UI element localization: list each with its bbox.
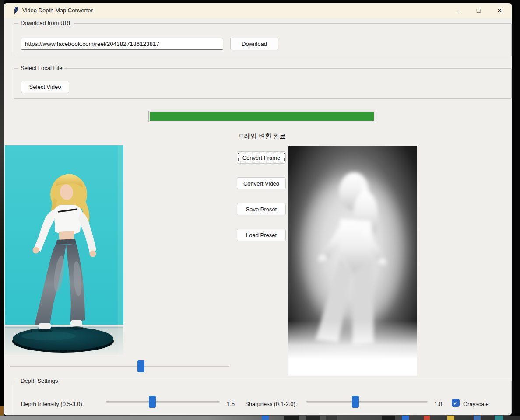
download-button[interactable]: Download: [230, 38, 278, 50]
status-text: 프레임 변환 완료: [148, 132, 375, 140]
frame-slider-track[interactable]: [10, 366, 229, 368]
desktop-edge: [0, 0, 4, 420]
save-preset-button[interactable]: Save Preset: [237, 203, 286, 215]
download-group-label: Download from URL: [18, 20, 74, 26]
app-window: Video Depth Map Converter − □ ✕ Download…: [4, 3, 512, 416]
url-input[interactable]: [21, 38, 223, 50]
sharpness-handle[interactable]: [352, 396, 359, 408]
close-button[interactable]: ✕: [489, 3, 510, 18]
progress-fill: [150, 112, 374, 121]
source-video-preview: [5, 145, 123, 355]
sharpness-track[interactable]: [306, 401, 428, 403]
convert-frame-button[interactable]: Convert Frame: [237, 151, 286, 164]
grayscale-label: Grayscale: [463, 401, 489, 407]
sharpness-label: Sharpness (0.1-2.0):: [245, 401, 297, 407]
download-from-url-group: Download from URL Download: [14, 23, 512, 56]
convert-video-button[interactable]: Convert Video: [237, 177, 286, 189]
depth-intensity-slider[interactable]: [106, 396, 220, 408]
app-feather-icon: [12, 6, 20, 15]
sharpness-value: 1.0: [434, 401, 442, 407]
select-video-button[interactable]: Select Video: [21, 80, 69, 93]
desktop: Video Depth Map Converter − □ ✕ Download…: [0, 0, 520, 420]
check-icon: ✓: [453, 400, 458, 406]
depth-settings-group: Depth Settings Depth Intensity (0.5-3.0)…: [14, 381, 512, 415]
progress-bar: [148, 111, 375, 122]
depth-intensity-track[interactable]: [106, 401, 220, 403]
frame-slider[interactable]: [10, 360, 229, 373]
minimize-button[interactable]: −: [447, 3, 468, 18]
window-title: Video Depth Map Converter: [22, 7, 93, 14]
title-bar: Video Depth Map Converter − □ ✕: [4, 3, 512, 18]
load-preset-button[interactable]: Load Preset: [237, 229, 286, 241]
frame-slider-handle[interactable]: [137, 360, 144, 372]
depth-intensity-label: Depth Intensity (0.5-3.0):: [21, 401, 84, 407]
local-group-label: Select Local File: [18, 65, 64, 71]
depth-intensity-value: 1.5: [227, 401, 235, 407]
maximize-button[interactable]: □: [468, 3, 489, 18]
sharpness-slider[interactable]: [306, 396, 428, 408]
depth-intensity-handle[interactable]: [149, 396, 156, 408]
depth-settings-label: Depth Settings: [18, 378, 60, 384]
taskbar-strip: [0, 416, 520, 420]
depth-map-preview: [288, 146, 417, 376]
grayscale-checkbox[interactable]: ✓: [452, 399, 460, 407]
select-local-file-group: Select Local File Select Video: [14, 68, 512, 99]
